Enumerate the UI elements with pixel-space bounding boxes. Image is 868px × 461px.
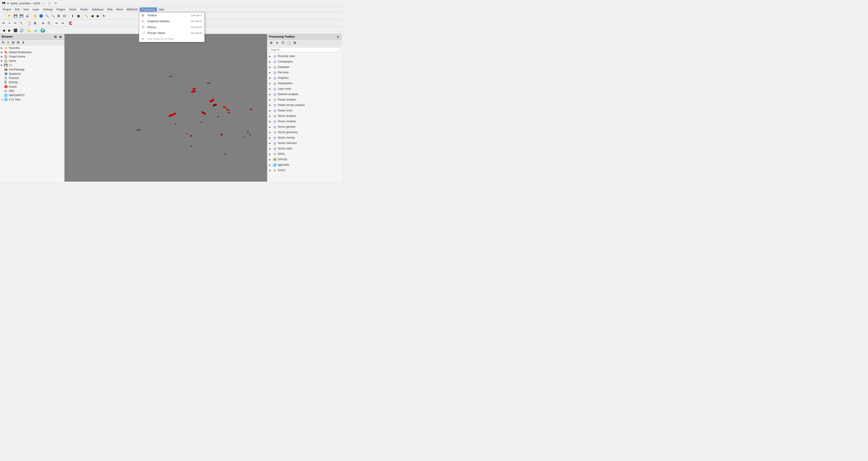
toolbox-item-file-tools[interactable]: ▶ Q File tools: [267, 70, 342, 75]
toolbox-tb-btn-3[interactable]: ⏱: [280, 40, 285, 45]
attr-btn-2[interactable]: ⊞: [32, 20, 38, 26]
menu-plugins[interactable]: Plugins: [55, 7, 67, 11]
toolbox-item-vector-overlay[interactable]: ▶ Q Vector overlay: [267, 135, 342, 141]
redo-button[interactable]: ↪: [60, 20, 65, 26]
toolbox-item-network-analysis[interactable]: ▶ Q Network analysis: [267, 91, 342, 97]
toolbox-item-raster-terrain[interactable]: ▶ Q Raster terrain analysis: [267, 102, 342, 108]
open-project-button[interactable]: 📂: [7, 13, 12, 19]
browser-item-oracle[interactable]: ▶ 🔴 Oracle: [0, 85, 64, 89]
menu-edit[interactable]: Edit: [13, 7, 21, 11]
toolbox-tb-btn-2[interactable]: ✦: [275, 40, 280, 45]
toolbox-item-vector-analysis[interactable]: ▶ Q Vector analysis: [267, 113, 342, 119]
select-button[interactable]: ▦: [75, 13, 81, 19]
toolbox-item-vector-creation[interactable]: ▶ Q Vector creation: [267, 119, 342, 124]
browser-item-home[interactable]: ▶ 🏠 Home: [0, 59, 64, 63]
browser-pin-button[interactable]: ◈: [58, 35, 62, 39]
zoom-full-button[interactable]: ⊡: [62, 13, 67, 19]
attr-btn-1[interactable]: 📋: [27, 20, 32, 26]
toolbox-tb-btn-1[interactable]: ⚙: [269, 40, 274, 45]
dropdown-results-viewer[interactable]: 📄 Results Viewer Ctrl+Alt+R: [139, 30, 205, 36]
menu-mesh[interactable]: Mesh: [115, 7, 125, 11]
dropdown-history[interactable]: ⏱ History... Ctrl+Alt+H: [139, 24, 205, 30]
toolbox-search-input[interactable]: [269, 47, 340, 52]
zoom-native-button[interactable]: ⊞: [56, 13, 61, 19]
browser-item-project-home[interactable]: ▶ 🏠 Project Home: [0, 54, 64, 59]
digitize-btn-4[interactable]: 🔧: [19, 20, 24, 26]
menu-view[interactable]: View: [21, 7, 31, 11]
toolbox-item-layer-tools[interactable]: ▶ Q Layer tools: [267, 86, 342, 91]
browser-item-favorites[interactable]: ▶ ⭐ Favorites: [0, 46, 64, 50]
browser-item-c-drive[interactable]: ▶ 💾 C:\: [0, 63, 64, 67]
browser-refresh-button[interactable]: ↻: [1, 40, 5, 44]
toolbox-item-raster-tools[interactable]: ▶ Q Raster tools: [267, 108, 342, 113]
toolbox-item-raster-analysis[interactable]: ▶ Q Raster analysis: [267, 97, 342, 102]
decoration-btn[interactable]: 🗒: [46, 20, 52, 26]
nav-btn-4[interactable]: 🔄: [19, 28, 24, 33]
menu-project[interactable]: Project: [1, 7, 13, 11]
zoom-out-button[interactable]: 🔍: [50, 13, 56, 19]
browser-item-spatial-bookmarks[interactable]: ▶ 🔖 Spatial Bookmarks: [0, 50, 64, 54]
new-project-button[interactable]: 📄: [1, 13, 6, 19]
menu-mmqgis[interactable]: MMQGIS: [125, 7, 140, 11]
browser-item-postgis[interactable]: ▶ 🐘 PostGIS: [0, 76, 64, 80]
toolbox-item-grass[interactable]: ▶ 🌿 GRASS: [267, 157, 342, 162]
toolbox-item-vector-selection[interactable]: ▶ Q Vector selection: [267, 141, 342, 146]
dropdown-graphical-modeler[interactable]: ✦ Graphical Modeler... Ctrl+Alt+G: [139, 18, 205, 24]
toolbox-item-qgis2web[interactable]: ▶ 🌐 qgis2web: [267, 162, 342, 167]
browser-item-spatialite[interactable]: ▶ 🔷 SpatiaLite: [0, 71, 64, 76]
toolbox-item-graphics[interactable]: ▶ Q Graphics: [267, 75, 342, 81]
label-btn[interactable]: A: [40, 20, 46, 26]
toolbox-item-cartography[interactable]: ▶ Q Cartography: [267, 59, 342, 64]
menu-help[interactable]: Help: [157, 7, 166, 11]
toolbox-item-recently-used[interactable]: ▶ Q Recently used: [267, 54, 342, 59]
save-project-button[interactable]: 💾: [13, 13, 18, 19]
toolbox-item-interpolation[interactable]: ▶ Q Interpolation: [267, 81, 342, 86]
identify-button[interactable]: ℹ: [70, 13, 75, 19]
browser-add-button[interactable]: +: [6, 40, 10, 44]
menu-raster[interactable]: Raster: [79, 7, 90, 11]
browser-collapse-button[interactable]: ⊞: [54, 35, 58, 39]
menu-database[interactable]: Database: [90, 7, 105, 11]
menu-vector[interactable]: Vector: [67, 7, 79, 11]
dropdown-toolbox[interactable]: ⚙ Toolbox Ctrl+Alt+T: [139, 12, 205, 18]
undo-button[interactable]: ↩: [54, 20, 60, 26]
map-canvas[interactable]: [64, 34, 267, 182]
minimize-button[interactable]: ─: [40, 1, 46, 6]
browser-item-geopackage[interactable]: ▶ 📦 GeoPackage: [0, 67, 64, 71]
menu-web[interactable]: Web: [105, 7, 114, 11]
toolbox-item-vector-general[interactable]: ▶ Q Vector general: [267, 124, 342, 129]
toolbox-tb-btn-4[interactable]: 📋: [286, 40, 291, 45]
browser-filter-button[interactable]: ⚙: [16, 40, 20, 44]
save-as-button[interactable]: 💾: [19, 13, 24, 19]
zoom-in-button[interactable]: 🔍: [44, 13, 50, 19]
refresh-button[interactable]: ↻: [101, 13, 106, 19]
menu-layer[interactable]: Layer: [31, 7, 41, 11]
measure-button[interactable]: 📏: [84, 13, 89, 19]
layer-btn-1[interactable]: 📐: [27, 28, 32, 33]
nav-btn-3[interactable]: ⬛: [13, 28, 18, 33]
zoom-last-button[interactable]: ◀: [89, 13, 95, 19]
close-button[interactable]: ✕: [53, 1, 59, 6]
toolbox-item-vector-geometry[interactable]: ▶ Q Vector geometry: [267, 129, 342, 135]
digitize-btn-2[interactable]: +: [7, 20, 12, 26]
snapping-btn[interactable]: 🧲: [68, 20, 73, 26]
browser-item-db2[interactable]: ▶ 🗃 DB2: [0, 89, 64, 93]
toolbox-item-database[interactable]: ▶ Q Database: [267, 64, 342, 70]
zoom-next-button[interactable]: ▶: [95, 13, 101, 19]
menu-settings[interactable]: Settings: [41, 7, 55, 11]
maximize-button[interactable]: □: [46, 1, 52, 6]
print-button[interactable]: 🖨: [25, 13, 30, 19]
nav-btn-1[interactable]: ◀: [1, 28, 6, 33]
toolbox-item-gdal[interactable]: ▶ G GDAL: [267, 151, 342, 157]
browser-item-mssql[interactable]: ▶ 🗄 MSSQL: [0, 80, 64, 85]
toolbox-item-saga[interactable]: ▶ S SAGA: [267, 167, 342, 173]
browser-collapse-all-button[interactable]: ⊟: [11, 40, 16, 44]
toolbox-tb-btn-5[interactable]: ⚙: [292, 40, 297, 45]
browser-info-button[interactable]: ℹ: [21, 40, 25, 44]
layer-btn-2[interactable]: 📊: [32, 28, 38, 33]
browser-item-wms-wmts[interactable]: ▶ 🌐 WMS/WMTS: [0, 93, 64, 97]
pan-button[interactable]: ✋: [32, 13, 38, 19]
browser-item-xyz-tiles[interactable]: ▼ 🌐 XYZ Tiles: [0, 97, 64, 102]
menu-processing[interactable]: Processing: [140, 7, 157, 11]
toolbox-item-vector-table[interactable]: ▶ Q Vector table: [267, 146, 342, 151]
